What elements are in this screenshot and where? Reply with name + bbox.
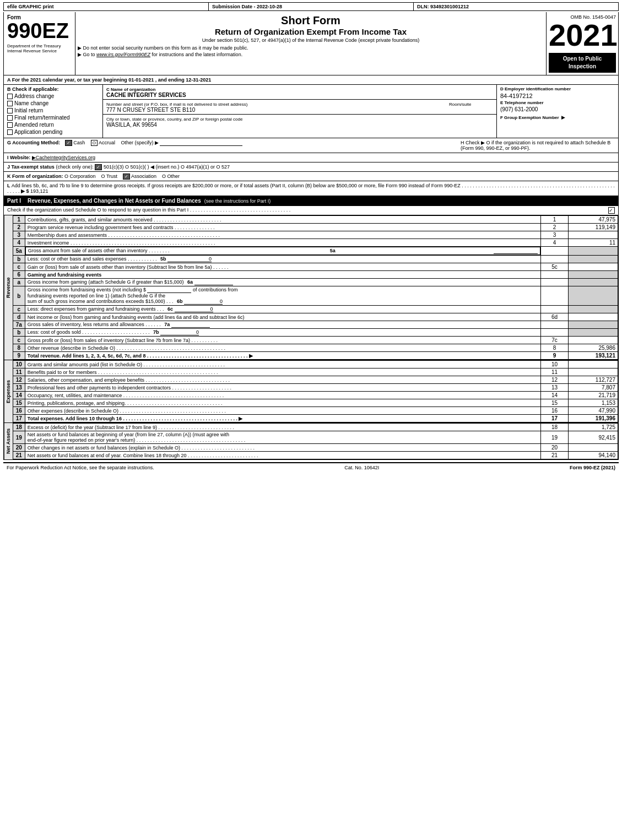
line-desc: Other expenses (describe in Schedule O) … [25,407,540,415]
k-assoc-check[interactable]: ✓ [123,174,130,180]
city-value: WASILLA, AK 99654 [106,122,157,128]
line-num: b [13,286,25,306]
line-amount: 1,153 [569,399,618,407]
line-ref [541,306,569,313]
gh-row: G Accounting Method: ✓ Cash O Accrual Ot… [3,138,619,153]
table-row: 19 Net assets or fund balances at beginn… [13,431,618,444]
line-ref [541,329,569,337]
table-row: 17 Total expenses. Add lines 10 through … [13,415,618,422]
line-num: 13 [13,384,25,392]
accrual-label: O Accrual [91,140,117,145]
section-c-col: C Name of organization CACHE INTEGRITY S… [103,85,497,138]
line-desc: Gross income from fundraising events (no… [25,286,540,306]
amended-return-checkbox[interactable] [7,122,13,128]
table-row: a Gross income from gaming (attach Sched… [13,279,618,286]
form-number-col: Form 990EZ Department of the Treasury In… [4,12,75,75]
line-num: 15 [13,399,25,407]
table-row: 5a Gross amount from sale of assets othe… [13,247,618,256]
irs-url[interactable]: www.irs.gov/Form990EZ [96,52,150,57]
j-501c3-check[interactable]: ✓ [95,164,102,170]
line-desc: Less: direct expenses from gaming and fu… [25,306,540,313]
l-label: L [7,183,12,188]
line-ref: 21 [541,452,569,459]
line-ref: 15 [541,399,569,407]
line-ref: 12 [541,376,569,384]
app-pending-checkbox[interactable] [7,129,13,135]
line-amount: 21,719 [569,392,618,399]
line-amount: 92,415 [569,431,618,444]
revenue-table: 1 Contributions, gifts, grants, and simi… [13,215,618,360]
name-change-checkbox[interactable] [7,101,13,106]
group-row: F Group Exemption Number ▶ [500,115,615,120]
line-amount [569,444,618,452]
table-row: 12 Salaries, other compensation, and emp… [13,376,618,384]
footer: For Paperwork Reduction Act Notice, see … [3,462,619,472]
net-assets-table: 18 Excess or (deficit) for the year (Sub… [13,423,618,459]
under-section: Under section 501(c), 527, or 4947(a)(1)… [78,37,544,43]
address-row: Number and street (or P.O. box, if mail … [103,100,496,115]
line-ref: 2 [541,224,569,231]
table-row: c Less: direct expenses from gaming and … [13,306,618,313]
city-label: City or town, state or province, country… [106,117,242,122]
line-amount [569,321,618,329]
expenses-section: Expenses 10 Grants and similar amounts p… [3,360,619,423]
k-label: K Form of organization: [7,174,63,179]
table-row: 3 Membership dues and assessments . . . … [13,231,618,239]
schedule-o-checkbox[interactable]: ✓ [608,207,615,214]
i-row: I Website: ▶CacheIntegrityServices.org [3,153,619,162]
line-ref: 9 [541,352,569,360]
address-change-checkbox[interactable] [7,94,13,99]
section-a: A For the 2021 calendar year, or tax yea… [3,75,619,85]
org-name-row: C Name of organization CACHE INTEGRITY S… [103,85,496,100]
line-amount [569,279,618,286]
line-num: 7a [13,321,25,329]
line-amount: 119,149 [569,224,618,231]
line-ref: 19 [541,431,569,444]
initial-return-checkbox[interactable] [7,108,13,113]
table-row: c Gain or (loss) from sale of assets oth… [13,263,618,271]
open-to-public: Open to Public Inspection [549,53,616,73]
line-num: 12 [13,376,25,384]
schedule-o-text: Check if the organization used Schedule … [7,207,290,214]
h-col: H Check ▶ O if the organization is not r… [461,140,615,151]
line-num: 20 [13,444,25,452]
b-label: B Check if applicable: [7,86,99,92]
line-num: 1 [13,216,25,224]
accrual-check[interactable]: O [91,140,98,146]
table-row: 9 Total revenue. Add lines 1, 2, 3, 4, 5… [13,352,618,360]
d-label: D Employer identification number [500,86,615,91]
i-label: I Website: [7,155,32,160]
form-number: 990EZ [7,20,72,41]
address-label: Number and street (or P.O. box, if mail … [106,102,247,107]
l-row: L Add lines 5b, 6c, and 7b to line 9 to … [3,181,619,196]
net-assets-side-label: Net Assets [4,423,13,459]
address-change-label: Address change [14,93,54,99]
phone-value: (907) 631-2000 [500,106,615,112]
form-label-footer: Form 990-EZ (2021) [570,465,615,470]
line-desc: Gross profit or (loss) from sales of inv… [25,337,540,344]
line-desc: Contributions, gifts, grants, and simila… [25,216,540,224]
goto-text: ▶ Go to www.irs.gov/Form990EZ for instru… [78,52,544,57]
j-options: ✓ 501(c)(3) O 501(c)( ) ◀ (insert no.) O… [95,164,230,170]
paperwork-notice: For Paperwork Reduction Act Notice, see … [7,465,154,470]
line-desc: Net assets or fund balances at beginning… [25,431,540,444]
line-amount [569,263,618,271]
room-col: Room/suite [449,101,493,113]
line-desc: Salaries, other compensation, and employ… [25,376,540,384]
line-ref: 14 [541,392,569,399]
table-row: 1 Contributions, gifts, grants, and simi… [13,216,618,224]
revenue-side-label: Revenue [4,215,13,360]
line-num: 19 [13,431,25,444]
other-input[interactable] [160,140,242,146]
internal-revenue: Internal Revenue Service [7,48,72,53]
group-arrow: ▶ [561,115,565,120]
final-return-checkbox[interactable] [7,115,13,121]
j-row: J Tax-exempt status (check only one): ✓ … [3,162,619,172]
line-amount: 47,990 [569,407,618,415]
line-ref: 16 [541,407,569,415]
line-num: c [13,337,25,344]
revenue-section: Revenue 1 Contributions, gifts, grants, … [3,215,619,360]
line-ref: 11 [541,368,569,376]
table-row: 10 Grants and similar amounts paid (list… [13,361,618,368]
cash-check[interactable]: ✓ [65,140,72,146]
